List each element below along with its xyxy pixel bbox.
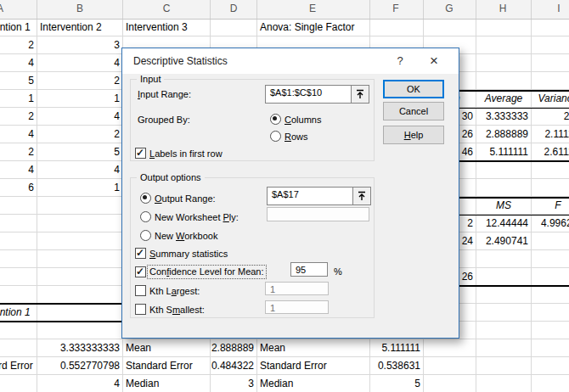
collapse-range-icon — [355, 89, 365, 99]
cell-H5-average-header[interactable]: Average — [476, 92, 531, 106]
cell-C19[interactable]: Mean — [126, 342, 151, 356]
cell-B4[interactable]: 2 — [35, 75, 120, 88]
grouped-by-columns-radio[interactable] — [270, 114, 281, 125]
cell-A9[interactable]: 4 — [0, 164, 34, 177]
cell-F21[interactable]: 5 — [335, 378, 420, 391]
dialog-help-button[interactable]: ? — [391, 53, 409, 70]
cancel-button[interactable]: Cancel — [383, 102, 444, 120]
cell-H13[interactable]: 2.490741 — [476, 235, 528, 249]
new-workbook-label[interactable]: New Workbook — [155, 231, 217, 242]
col-header-E[interactable]: E — [287, 3, 338, 14]
cell-I12[interactable]: 4.996283 — [499, 217, 569, 231]
output-range-value[interactable]: $A$17 — [268, 188, 352, 204]
cell-D21[interactable]: 3 — [186, 378, 254, 391]
descriptive-statistics-dialog: Descriptive Statistics ? × Input Input R… — [121, 48, 459, 339]
cell-E20[interactable]: Standard Error — [260, 360, 327, 373]
summary-statistics-checkbox[interactable] — [135, 248, 146, 259]
close-icon[interactable]: × — [425, 53, 443, 70]
labels-first-row-checkbox[interactable] — [135, 148, 146, 159]
confidence-level-label[interactable]: Confidence Level for Mean: — [148, 266, 266, 278]
grouped-by-rows-label[interactable]: Rows — [284, 132, 308, 143]
cell-I5-variance-header[interactable]: Variance — [532, 92, 569, 106]
col-header-B[interactable]: B — [54, 3, 105, 14]
cell-B7[interactable]: 2 — [35, 128, 120, 142]
help-button[interactable]: Help — [383, 126, 444, 144]
col-header-F[interactable]: F — [370, 3, 421, 14]
col-header-I[interactable]: I — [533, 3, 569, 14]
cell-B9[interactable]: 4 — [35, 164, 120, 177]
cell-B21[interactable]: 4 — [35, 378, 120, 391]
output-range-field[interactable]: $A$17 — [267, 187, 371, 205]
kth-smallest-label[interactable]: Kth Smallest: — [149, 305, 205, 316]
range-picker-button[interactable] — [352, 188, 370, 204]
range-picker-button[interactable] — [351, 86, 369, 103]
cell-A5[interactable]: 1 — [0, 92, 34, 106]
cell-A8[interactable]: 2 — [0, 146, 34, 160]
summary-statistics-label[interactable]: Summary statistics — [149, 249, 228, 260]
input-range-value[interactable]: $A$1:$C$10 — [266, 86, 351, 103]
confidence-level-input[interactable]: 95 — [290, 262, 328, 277]
new-worksheet-radio[interactable] — [140, 211, 151, 222]
cell-B19[interactable]: 3.333333333 — [35, 342, 120, 356]
cell-A17-output-header[interactable]: Intervention 1 — [0, 306, 31, 320]
col-header-A[interactable]: A — [0, 3, 25, 14]
cell-A10[interactable]: 6 — [0, 182, 34, 195]
cell-D19[interactable]: 2.888889 — [186, 342, 254, 356]
cell-C20[interactable]: Standard Error — [126, 360, 193, 373]
labels-first-row-label[interactable]: Labels in first row — [149, 148, 223, 160]
cell-B5[interactable]: 1 — [35, 92, 120, 106]
cell-D20[interactable]: 0.484322 — [186, 360, 254, 373]
confidence-level-checkbox[interactable] — [135, 266, 146, 277]
output-range-radio[interactable] — [140, 193, 151, 204]
collapse-range-icon — [357, 191, 367, 201]
cell-I8[interactable]: 2.611111 — [499, 146, 569, 160]
cell-F19[interactable]: 5.111111 — [335, 342, 420, 356]
cell-E19[interactable]: Mean — [260, 342, 285, 356]
grouped-by-rows-radio[interactable] — [270, 131, 281, 142]
col-header-G[interactable]: G — [424, 3, 475, 14]
cell-B10[interactable]: 1 — [35, 182, 120, 195]
cell-B6[interactable]: 4 — [35, 110, 120, 124]
cell-A6[interactable]: 2 — [0, 110, 34, 124]
header-separator — [210, 0, 211, 19]
col-header-D[interactable]: D — [208, 3, 259, 14]
percent-sign: % — [334, 266, 342, 277]
cell-A3[interactable]: 4 — [0, 57, 34, 70]
cell-B20[interactable]: 0.552770798 — [35, 360, 120, 373]
cell-B3[interactable]: 4 — [35, 57, 120, 70]
cell-B8[interactable]: 5 — [35, 146, 120, 160]
kth-smallest-checkbox[interactable] — [135, 304, 146, 315]
ok-button[interactable]: OK — [383, 80, 444, 98]
cell-A1[interactable]: Intervention 1 — [0, 21, 31, 35]
cell-I7[interactable]: 2.111111 — [499, 128, 569, 142]
cell-B2[interactable]: 3 — [35, 39, 120, 53]
cell-A7[interactable]: 4 — [0, 128, 34, 142]
cell-A2[interactable]: 2 — [0, 39, 34, 53]
new-worksheet-label[interactable]: New Worksheet Ply: — [155, 212, 239, 223]
cell-C1[interactable]: Intervention 3 — [126, 21, 188, 35]
input-range-field[interactable]: $A$1:$C$10 — [265, 85, 369, 104]
cell-E21[interactable]: Median — [260, 378, 293, 391]
col-header-C[interactable]: C — [141, 3, 192, 14]
cell-A4[interactable]: 5 — [0, 75, 34, 88]
cell-I6[interactable]: 2.75 — [499, 110, 569, 124]
output-range-label[interactable]: Output Range: — [155, 193, 216, 204]
cell-A20[interactable]: Standard Error — [0, 360, 33, 373]
new-worksheet-input[interactable] — [267, 207, 369, 221]
cell-I11-f-header[interactable]: F — [532, 199, 569, 213]
kth-largest-checkbox[interactable] — [135, 285, 146, 296]
cell-E1[interactable]: Anova: Single Factor — [260, 21, 354, 35]
cell-H11-ms-header[interactable]: MS — [476, 199, 531, 213]
kth-smallest-input[interactable]: 1 — [265, 300, 329, 314]
cell-B1[interactable]: Intervention 2 — [40, 21, 102, 35]
new-workbook-radio[interactable] — [140, 230, 151, 241]
kth-largest-input[interactable]: 1 — [265, 282, 329, 295]
dialog-title-bar[interactable]: Descriptive Statistics ? × — [122, 48, 459, 74]
cell-C21[interactable]: Median — [126, 378, 159, 391]
grouped-by-columns-label[interactable]: Columns — [284, 115, 321, 126]
kth-largest-label[interactable]: Kth Largest: — [149, 286, 200, 297]
excel-app: { "sheet": { "column_headers": ["A","B",… — [0, 0, 569, 392]
cell-F20[interactable]: 0.538631 — [335, 360, 420, 373]
col-header-H[interactable]: H — [477, 3, 528, 14]
grouped-by-label: Grouped By: — [138, 115, 190, 126]
